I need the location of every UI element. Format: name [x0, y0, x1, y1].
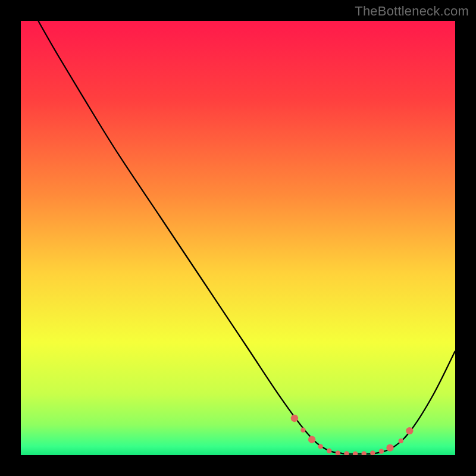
- data-marker: [386, 444, 393, 451]
- data-marker: [318, 444, 323, 449]
- data-marker: [327, 449, 331, 453]
- data-marker: [399, 439, 403, 443]
- data-marker: [379, 449, 384, 453]
- plot-area: [21, 21, 455, 455]
- data-marker: [406, 427, 413, 434]
- data-marker: [308, 436, 315, 443]
- gradient-background: [21, 21, 455, 455]
- data-marker: [291, 415, 298, 422]
- data-marker: [300, 427, 305, 432]
- watermark-text: TheBottleneck.com: [355, 4, 469, 19]
- outer-frame: TheBottleneck.com: [0, 0, 476, 476]
- bottleneck-chart: [21, 21, 455, 455]
